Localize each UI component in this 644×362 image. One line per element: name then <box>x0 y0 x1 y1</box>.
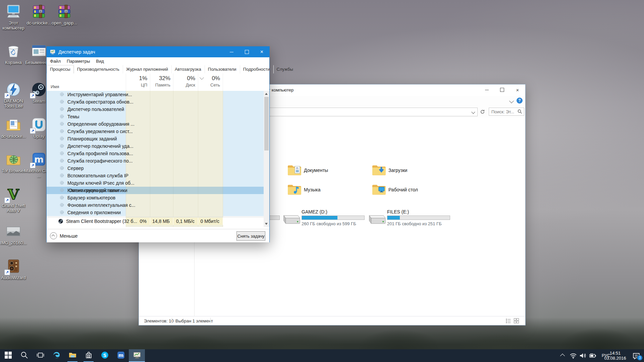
tray-hidden-icons-chevron-icon[interactable] <box>560 354 565 358</box>
search-icon <box>20 351 29 361</box>
process-row[interactable]: Служба географического по... <box>47 157 264 165</box>
process-row-steam[interactable]: Steam Client Bootstrapper (32 б... 0% 14… <box>47 218 264 225</box>
desktop-icon-label: open_gapp... <box>50 20 79 25</box>
refresh-button[interactable] <box>479 108 486 115</box>
action-center-icon[interactable]: 3 <box>632 352 641 360</box>
task-manager-title-bar[interactable]: Диспетчер задач × <box>47 47 269 57</box>
tm-minimize-button[interactable] <box>224 47 239 57</box>
explorer-maximize-button[interactable] <box>494 84 510 95</box>
task-manager-window[interactable]: Диспетчер задач × Файл Параметры Вид Про… <box>46 46 270 242</box>
explorer-close-button[interactable]: × <box>510 84 525 95</box>
desktop-icon-label: dc-unlocke... <box>24 20 54 25</box>
process-row[interactable]: Инструментарий управлени... <box>47 91 264 98</box>
fewer-details-button[interactable]: Меньше <box>50 232 78 239</box>
taskbar-button-file-explorer[interactable] <box>64 349 80 362</box>
taskbar[interactable]: Sm РУС 14:51 03.08.2016 3 <box>0 349 644 362</box>
process-row[interactable]: Служба уведомления о сист... <box>47 128 264 135</box>
folder-tile-download[interactable]: Загрузки <box>372 164 407 176</box>
gear-icon <box>59 143 64 148</box>
process-row[interactable]: Диспетчер пользователей <box>47 106 264 113</box>
tab-подробности[interactable]: Подробности <box>240 65 273 73</box>
process-list[interactable]: Инструментарий управлени...Служба оркест… <box>47 91 269 227</box>
ribbon-expand-chevron-icon[interactable] <box>509 99 514 103</box>
tab-службы[interactable]: Службы <box>273 65 297 73</box>
folder-tile-label: Рабочий стол <box>388 187 418 192</box>
process-row[interactable]: Диспетчер подключений уда... <box>47 142 264 150</box>
tm-close-button[interactable]: × <box>254 47 269 57</box>
desktop-icon-dc-unlocke-[interactable]: dc-unlocke... <box>24 3 54 25</box>
process-name: Диспетчер пользователей <box>67 107 124 112</box>
column-header-memory[interactable]: Память <box>149 82 170 87</box>
tab-производительность[interactable]: Производительность <box>74 65 123 73</box>
folder-tile-music[interactable]: Музыка <box>287 184 321 195</box>
folder-desktop-icon <box>372 184 386 195</box>
tab-процессы[interactable]: Процессы <box>47 65 74 74</box>
details-view-icon[interactable] <box>505 318 511 323</box>
process-row[interactable]: Браузер компьютеров <box>47 194 264 201</box>
column-header-network[interactable]: Сеть <box>199 82 220 87</box>
process-name: Служба уведомления о сист... <box>67 129 133 134</box>
steam-network-value: 0 Мбит/с <box>199 219 219 224</box>
process-row[interactable]: Модули ключей IPsec для об... <box>47 179 264 187</box>
process-row[interactable]: Планировщик заданий <box>47 135 264 142</box>
process-name: Служба профилей пользова... <box>67 151 133 156</box>
process-row[interactable]: Служба оркестратора обнов... <box>47 98 264 106</box>
process-row[interactable]: Фоновая интеллектуальная с... <box>47 201 264 209</box>
desktop-icon-audiowizard[interactable]: AudioWizard <box>0 258 28 280</box>
menu-options[interactable]: Параметры <box>67 59 90 64</box>
process-row[interactable]: Сведения о приложении <box>47 209 264 216</box>
gear-icon <box>59 202 64 207</box>
taskbar-button-search[interactable] <box>16 349 32 362</box>
taskbar-button-edge[interactable] <box>48 349 64 362</box>
process-row[interactable]: Служба профилей пользова... <box>47 150 264 157</box>
memory-total-percent: 32% <box>149 75 170 82</box>
battery-icon[interactable] <box>588 352 597 360</box>
wifi-icon[interactable] <box>569 352 578 360</box>
process-row[interactable]: Темы <box>47 113 264 120</box>
tab-пользователи[interactable]: Пользователи <box>205 65 240 73</box>
menu-view[interactable]: Вид <box>96 59 104 64</box>
scroll-down-icon[interactable] <box>265 223 268 225</box>
process-row[interactable]: Определение оборудования ... <box>47 120 264 128</box>
thumbnails-view-icon[interactable] <box>514 318 519 323</box>
address-dropdown-chevron-icon[interactable] <box>471 110 475 114</box>
taskbar-button-task-view[interactable] <box>32 349 48 362</box>
column-header-disk[interactable]: Диск <box>174 82 195 87</box>
drive-icon <box>282 214 301 226</box>
tab-журнал приложений[interactable]: Журнал приложений <box>123 65 171 73</box>
clock[interactable]: 14:51 03.08.2016 <box>601 351 629 361</box>
desktop-icon-img-20160-[interactable]: IMG_20160... <box>0 223 28 245</box>
help-icon[interactable]: ? <box>517 98 523 104</box>
end-task-button[interactable]: Снять задачу <box>236 231 265 241</box>
tm-maximize-button[interactable] <box>239 47 254 57</box>
scroll-up-icon[interactable] <box>265 93 268 95</box>
taskbar-button-start[interactable] <box>0 349 16 362</box>
process-name: Сведения о приложении <box>67 210 121 215</box>
explorer-minimize-button[interactable] <box>479 84 494 95</box>
process-row-selected[interactable]: Оптимизация доставкиКлиент групповой пол… <box>47 187 264 194</box>
taskbar-button-maxthon[interactable]: m <box>113 349 129 362</box>
column-header-cpu[interactable]: ЦП <box>126 82 147 87</box>
volume-icon[interactable] <box>578 352 587 360</box>
process-name: Вспомогательная служба IP <box>67 173 128 178</box>
column-header-name[interactable]: Имя <box>51 84 59 89</box>
desktop-icon-grand-theft-auto-v[interactable]: VGrand Theft Auto V <box>0 186 28 213</box>
process-row[interactable]: Вспомогательная служба IP <box>47 172 264 179</box>
process-row[interactable]: Сервер <box>47 165 264 172</box>
winrar-archive-icon <box>56 3 72 19</box>
folder-tile-desktop[interactable]: Рабочий стол <box>372 184 418 195</box>
tab-автозагрузка[interactable]: Автозагрузка <box>171 65 205 73</box>
skype-icon: S <box>101 351 109 361</box>
desktop-icon-open-gapp-[interactable]: open_gapp... <box>50 3 79 25</box>
folder-tile-document[interactable]: AДокументы <box>287 164 328 176</box>
taskbar-button-store[interactable] <box>80 349 97 362</box>
scrollbar-thumb[interactable] <box>264 97 269 150</box>
menu-file[interactable]: Файл <box>50 59 61 64</box>
taskbar-button-skype[interactable]: S <box>97 349 113 362</box>
taskbar-button-task-manager[interactable] <box>129 349 145 362</box>
search-input[interactable]: Поиск: Эт... <box>489 108 524 116</box>
process-list-scrollbar[interactable] <box>264 91 269 227</box>
task-manager-window-title: Диспетчер задач <box>58 49 95 55</box>
gear-icon <box>59 129 64 134</box>
folder-tile-label: Загрузки <box>388 168 407 173</box>
